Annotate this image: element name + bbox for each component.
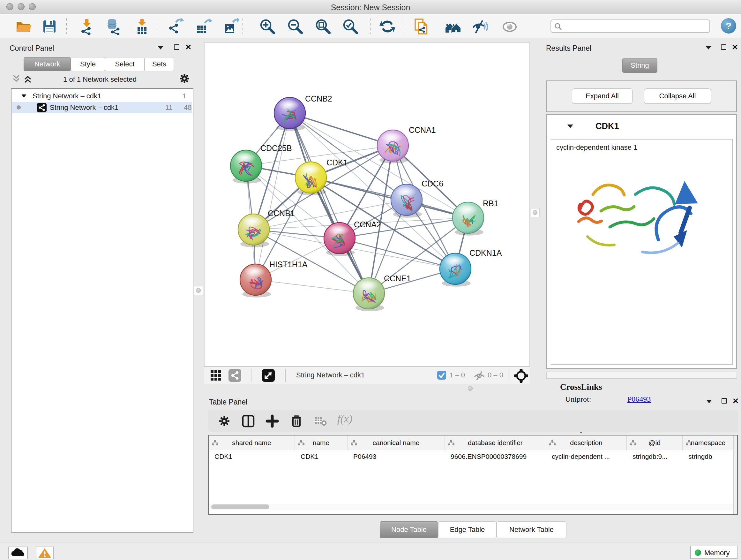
table-panel-collapse-icon[interactable] [706,400,712,403]
table-hscrollbar[interactable] [209,504,733,510]
node-label-CCNE1: CCNE1 [384,274,411,283]
zoom-fit-icon[interactable] [314,18,332,35]
toolbar-separator [251,369,252,382]
results-panel-collapse-icon[interactable] [705,46,711,50]
node-CDK1: CDK1 [295,158,348,195]
window-title: Session: New Session [0,3,741,12]
node-label-CCNB1: CCNB1 [268,209,295,218]
toolbar-separator [405,18,405,34]
refresh-icon[interactable] [379,18,396,35]
string-protein-query-icon[interactable] [413,18,430,35]
column-header-database-identifier[interactable]: database identifier [445,435,546,450]
network-canvas[interactable]: CCNB2CCNA1CDC25BCDK1CDC6RB1CCNB1CCNA2CDK… [204,43,530,367]
selected-nodes-checkbox[interactable] [437,371,446,380]
toggle-enhanced-labels-icon[interactable] [471,18,488,35]
main-toolbar: ? [0,14,741,38]
table-panel-float-icon[interactable] [722,398,727,403]
cell-namespace[interactable]: stringdb [683,451,734,462]
help-button[interactable]: ? [721,18,736,34]
right-splitter-handle[interactable] [531,208,540,217]
search-field [550,19,710,33]
node-CDKN1A: CDKN1A [440,248,502,287]
divider [547,136,736,136]
export-network-icon[interactable] [167,18,184,35]
cell-canonical-name[interactable]: P06493 [347,451,445,462]
gene-card-collapse-icon[interactable] [567,125,573,128]
memory-button[interactable]: Memory [690,546,738,559]
delete-column-trash-icon[interactable] [290,414,303,428]
zoom-in-icon[interactable] [259,18,276,35]
open-session-icon[interactable] [15,18,32,35]
save-session-icon[interactable] [41,18,58,35]
network-name: String Network – cdk1 [50,104,118,112]
node-label-CCNA1: CCNA1 [409,125,436,134]
cell-shared-name[interactable]: CDK1 [209,451,295,462]
results-panel-float-icon[interactable] [721,44,726,50]
column-header-namespace[interactable]: namespace [683,435,734,450]
expand-all-networks-icon[interactable] [23,74,32,84]
horizontal-splitter-handle[interactable] [468,386,473,391]
tab-network[interactable]: Network [23,57,71,71]
cell-@id[interactable]: stringdb:9... [627,451,683,462]
import-table-file-icon[interactable] [133,18,151,35]
control-panel-float-icon[interactable] [174,44,179,50]
cell-name[interactable]: CDK1 [295,451,347,462]
gene-details-box: cyclin-dependent kinase 1 [551,139,733,365]
node-CCNA1: CCNA1 [377,125,436,164]
column-header-canonical-name[interactable]: canonical name [347,435,445,450]
cloud-button[interactable] [8,547,28,559]
collapse-all-networks-icon[interactable] [11,74,21,84]
titlebar: Session: New Session [0,0,741,14]
grid-view-icon[interactable] [210,369,222,381]
table-vscrollbar[interactable] [733,435,737,514]
left-splitter-handle[interactable] [194,286,203,295]
toggle-glass-effect-icon[interactable] [501,18,518,35]
network-options-gear-icon[interactable] [179,73,190,84]
string-home-icon[interactable] [445,18,462,35]
expand-all-button[interactable]: Expand All [572,88,632,104]
hidden-eye-icon[interactable] [473,370,485,381]
results-hscrollbar[interactable] [546,372,737,379]
collapse-all-button[interactable]: Collapse All [644,88,711,104]
table-settings-gear-icon[interactable] [218,415,230,427]
tree-expand-icon[interactable] [21,95,26,98]
tab-edge-table[interactable]: Edge Table [438,521,496,538]
network-collection-row[interactable]: String Network – cdk1 1 [12,91,192,102]
table-panel-close-icon[interactable]: ✕ [732,398,739,404]
tab-select[interactable]: Select [105,57,145,71]
network-graph[interactable]: CCNB2CCNA1CDC25BCDK1CDC6RB1CCNB1CCNA2CDK… [205,43,529,366]
crosshair-icon[interactable] [514,368,529,383]
column-header-@id[interactable]: @id [627,435,683,450]
tab-node-table[interactable]: Node Table [380,521,438,538]
export-table-icon[interactable] [195,18,212,35]
zoom-out-icon[interactable] [286,18,304,35]
network-node-count: 11 [165,104,173,112]
toolbar-separator [243,18,243,34]
delete-table-icon [314,416,327,427]
results-panel-close-icon[interactable]: ✕ [732,44,738,51]
show-columns-icon[interactable] [242,415,255,428]
import-network-database-icon[interactable] [105,18,123,35]
add-column-icon[interactable] [266,415,279,428]
column-header-name[interactable]: name [295,435,347,450]
cell-database-identifier[interactable]: 9606.ENSP00000378699 [445,451,546,462]
search-input[interactable] [565,21,705,32]
column-header-shared-name[interactable]: shared name [209,435,295,450]
control-panel-collapse-icon[interactable] [158,46,163,50]
tab-string[interactable]: String [622,58,657,73]
column-header-description[interactable]: description [546,435,627,450]
birdseye-view-icon[interactable] [262,369,275,382]
zoom-selected-icon[interactable] [342,18,359,35]
toolbar-separator [370,18,370,34]
import-network-file-icon[interactable] [78,18,95,35]
warning-button[interactable] [36,547,54,559]
tab-sets[interactable]: Sets [145,57,174,71]
tab-style[interactable]: Style [71,57,105,71]
network-row-selected[interactable]: String Network – cdk1 11 48 [12,102,192,113]
cell-description[interactable]: cyclin-dependent ... [546,451,627,462]
node-RB1: RB1 [453,199,498,236]
control-panel-close-icon[interactable]: ✕ [185,44,192,51]
export-image-icon[interactable] [222,18,239,35]
network-share-icon[interactable] [228,369,241,382]
tab-network-table[interactable]: Network Table [496,521,566,538]
